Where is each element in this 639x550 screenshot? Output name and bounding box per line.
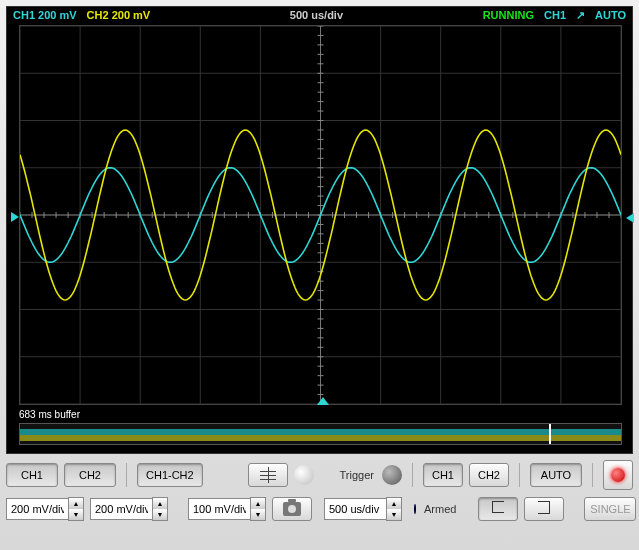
ch2-vscale-input[interactable] — [90, 498, 152, 520]
up-arrow-icon[interactable]: ▲ — [387, 498, 401, 509]
trigger-source-label: CH1 — [544, 9, 566, 23]
falling-edge-button[interactable] — [524, 497, 564, 521]
ch1-vscale-input[interactable] — [6, 498, 68, 520]
down-arrow-icon[interactable]: ▼ — [251, 509, 265, 520]
math-ch1-ch2-button[interactable]: CH1-CH2 — [137, 463, 203, 487]
down-arrow-icon[interactable]: ▼ — [153, 509, 167, 520]
ch1-enable-button[interactable]: CH1 — [6, 463, 58, 487]
rising-edge-button[interactable] — [478, 497, 518, 521]
trigger-source-ch2-button[interactable]: CH2 — [469, 463, 509, 487]
up-arrow-icon[interactable]: ▲ — [153, 498, 167, 509]
ch1-vscale-stepper[interactable]: ▲▼ — [6, 497, 84, 521]
cursor-icon — [260, 467, 276, 483]
buffer-ch2-strip — [20, 435, 621, 441]
camera-icon — [283, 502, 301, 516]
record-icon — [611, 468, 625, 482]
timebase-input[interactable] — [324, 498, 386, 520]
ch1-scale-label: CH1 200 mV — [13, 9, 77, 23]
ch2-vscale-stepper[interactable]: ▲▼ — [90, 497, 168, 521]
timebase-stepper[interactable]: ▲▼ — [324, 497, 402, 521]
armed-led — [414, 504, 416, 514]
trigger-auto-button[interactable]: AUTO — [530, 463, 582, 487]
up-arrow-icon[interactable]: ▲ — [251, 498, 265, 509]
trigger-label: Trigger — [338, 469, 376, 481]
trigger-single-button[interactable]: SINGLE — [584, 497, 636, 521]
falling-edge-icon — [534, 499, 554, 519]
cursors-button[interactable] — [248, 463, 288, 487]
run-status: RUNNING — [483, 9, 534, 23]
screenshot-button[interactable] — [272, 497, 312, 521]
ch2-scale-label: CH2 200 mV — [87, 9, 151, 23]
record-button[interactable] — [603, 460, 633, 490]
armed-label: Armed — [422, 503, 458, 515]
buffer-overview[interactable] — [19, 423, 622, 445]
down-arrow-icon[interactable]: ▼ — [387, 509, 401, 520]
control-panel: CH1 CH2 CH1-CH2 Trigger CH1 CH2 AUTO ▲▼ — [6, 460, 633, 546]
trigger-position-marker[interactable] — [317, 397, 329, 405]
down-arrow-icon[interactable]: ▼ — [69, 509, 83, 520]
buffer-label: 683 ms buffer — [19, 409, 80, 420]
trigger-mode-label: AUTO — [595, 9, 626, 23]
trigger-level-knob[interactable] — [382, 465, 402, 485]
math-vscale-input[interactable] — [188, 498, 250, 520]
oscilloscope-display: CH1 200 mV CH2 200 mV 500 us/div RUNNING… — [6, 6, 633, 454]
trigger-level-marker[interactable] — [626, 213, 634, 223]
trigger-edge-icon: ↗ — [576, 9, 585, 23]
timebase-label: 500 us/div — [290, 9, 343, 23]
math-vscale-stepper[interactable]: ▲▼ — [188, 497, 266, 521]
trigger-source-ch1-button[interactable]: CH1 — [423, 463, 463, 487]
up-arrow-icon[interactable]: ▲ — [69, 498, 83, 509]
rising-edge-icon — [488, 499, 508, 519]
intensity-knob[interactable] — [294, 465, 314, 485]
buffer-cursor[interactable] — [549, 424, 551, 444]
waveform-plot[interactable] — [19, 25, 622, 405]
ch2-enable-button[interactable]: CH2 — [64, 463, 116, 487]
info-bar: CH1 200 mV CH2 200 mV 500 us/div RUNNING… — [7, 9, 632, 23]
ch1-ground-marker[interactable] — [11, 212, 19, 222]
